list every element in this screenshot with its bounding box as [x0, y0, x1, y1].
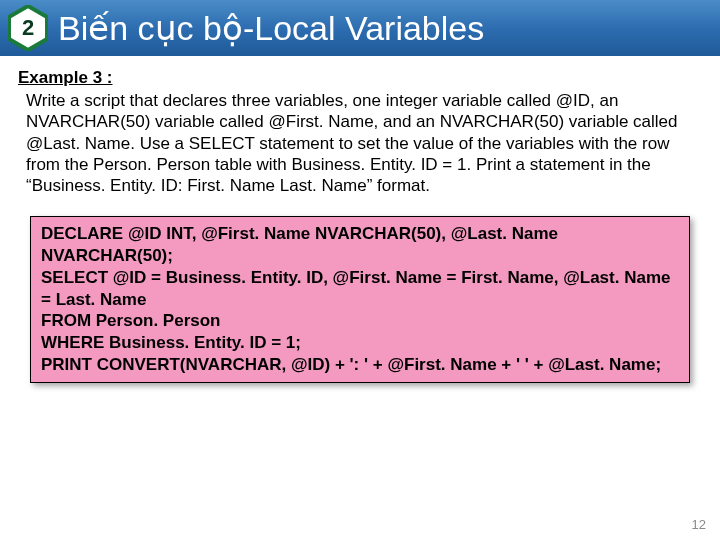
content-area: Example 3 : Write a script that declares…: [0, 56, 720, 383]
code-box: DECLARE @ID INT, @First. Name NVARCHAR(5…: [30, 216, 690, 382]
hexagon-badge: 2: [8, 5, 48, 51]
page-number: 12: [692, 517, 706, 532]
example-body: Write a script that declares three varia…: [18, 90, 702, 196]
section-number: 2: [22, 15, 34, 41]
example-label: Example 3 :: [18, 68, 702, 88]
code-text: DECLARE @ID INT, @First. Name NVARCHAR(5…: [41, 223, 679, 375]
title-bar: 2 Biến cục bộ-Local Variables: [0, 0, 720, 56]
page-title: Biến cục bộ-Local Variables: [58, 8, 484, 48]
